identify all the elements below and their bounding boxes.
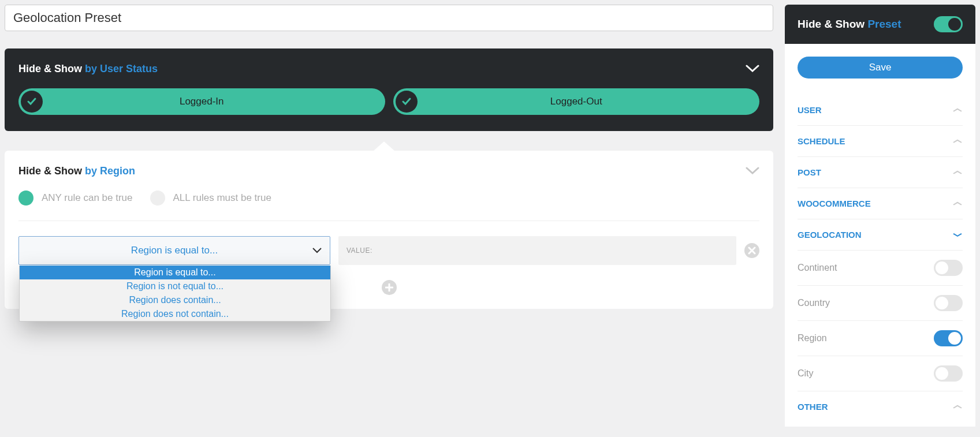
all-rules-label: ALL rules must be true (173, 192, 271, 204)
check-icon (21, 91, 43, 113)
preset-enabled-toggle[interactable] (934, 16, 963, 32)
item-label: Country (798, 298, 830, 308)
section-label: WOOCOMMERCE (798, 199, 871, 208)
title-prefix: Hide & Show (18, 63, 85, 74)
chevron-up-icon (952, 168, 963, 177)
item-label: Region (798, 333, 827, 343)
any-rule-option[interactable]: ANY rule can be true (18, 191, 133, 206)
add-rule-button[interactable] (382, 280, 397, 295)
save-button[interactable]: Save (798, 57, 963, 79)
select-value-label: Region is equal to... (131, 245, 218, 256)
logged-out-label: Logged-Out (550, 96, 602, 107)
logged-in-label: Logged-In (180, 96, 224, 107)
chevron-down-icon (312, 245, 322, 256)
city-toggle[interactable] (934, 365, 963, 382)
radio-on-icon (18, 191, 33, 206)
region-title: Hide & Show by Region (18, 165, 135, 177)
chevron-up-icon (952, 402, 963, 411)
dropdown-option[interactable]: Region is not equal to... (20, 279, 330, 293)
dropdown-option[interactable]: Region does not contain... (20, 307, 330, 321)
section-label: OTHER (798, 402, 828, 412)
title-prefix: Hide & Show (18, 165, 85, 177)
chevron-down-icon[interactable] (746, 165, 759, 178)
sidebar-header: Hide & Show Preset (785, 5, 975, 44)
rule-condition-select[interactable]: Region is equal to... Region is equal to… (18, 236, 330, 265)
chevron-up-icon (952, 106, 963, 114)
title-prefix: Hide & Show (798, 18, 867, 30)
dropdown-option[interactable]: Region does contain... (20, 293, 330, 307)
section-label: USER (798, 105, 822, 115)
preset-title-input[interactable] (5, 5, 773, 31)
section-label: SCHEDULE (798, 136, 845, 146)
logged-in-pill[interactable]: Logged-In (18, 88, 385, 115)
rule-value-input[interactable]: VALUE: (338, 236, 736, 265)
sidebar-section-woocommerce[interactable]: WOOCOMMERCE (798, 188, 963, 219)
sidebar-section-other[interactable]: OTHER (798, 391, 963, 422)
user-status-title: Hide & Show by User Status (18, 63, 158, 75)
all-rules-option[interactable]: ALL rules must be true (150, 191, 271, 206)
geolocation-region[interactable]: Region (798, 320, 963, 356)
sidebar-section-geolocation[interactable]: GEOLOCATION (798, 219, 963, 250)
radio-off-icon (150, 191, 165, 206)
sidebar-section-post[interactable]: POST (798, 156, 963, 188)
condition-dropdown: Region is equal to... Region is not equa… (19, 266, 331, 322)
geolocation-country[interactable]: Country (798, 285, 963, 320)
dropdown-option[interactable]: Region is equal to... (20, 266, 330, 279)
section-label: POST (798, 167, 821, 177)
sidebar-title: Hide & Show Preset (798, 18, 901, 31)
sidebar: Hide & Show Preset Save USER SCHEDULE PO… (785, 5, 975, 427)
sidebar-section-user[interactable]: USER (798, 95, 963, 125)
sidebar-section-schedule[interactable]: SCHEDULE (798, 125, 963, 156)
geolocation-continent[interactable]: Continent (798, 250, 963, 285)
item-label: City (798, 368, 814, 379)
chevron-down-icon (952, 230, 963, 239)
item-label: Continent (798, 263, 837, 273)
remove-rule-button[interactable] (744, 243, 759, 258)
check-icon (396, 91, 418, 113)
region-panel: Hide & Show by Region ANY rule can be tr… (5, 151, 773, 309)
logged-out-pill[interactable]: Logged-Out (393, 88, 760, 115)
title-suffix: by Region (85, 165, 135, 177)
chevron-up-icon (952, 199, 963, 208)
continent-toggle[interactable] (934, 260, 963, 276)
chevron-up-icon (952, 137, 963, 145)
title-suffix: Preset (867, 18, 901, 30)
geolocation-city[interactable]: City (798, 356, 963, 391)
user-status-panel: Hide & Show by User Status Logged-In (5, 48, 773, 131)
chevron-down-icon[interactable] (746, 62, 759, 76)
any-rule-label: ANY rule can be true (42, 192, 133, 204)
region-toggle[interactable] (934, 330, 963, 346)
section-label: GEOLOCATION (798, 230, 862, 240)
title-suffix: by User Status (85, 63, 158, 74)
country-toggle[interactable] (934, 295, 963, 311)
value-placeholder: VALUE: (346, 246, 372, 255)
